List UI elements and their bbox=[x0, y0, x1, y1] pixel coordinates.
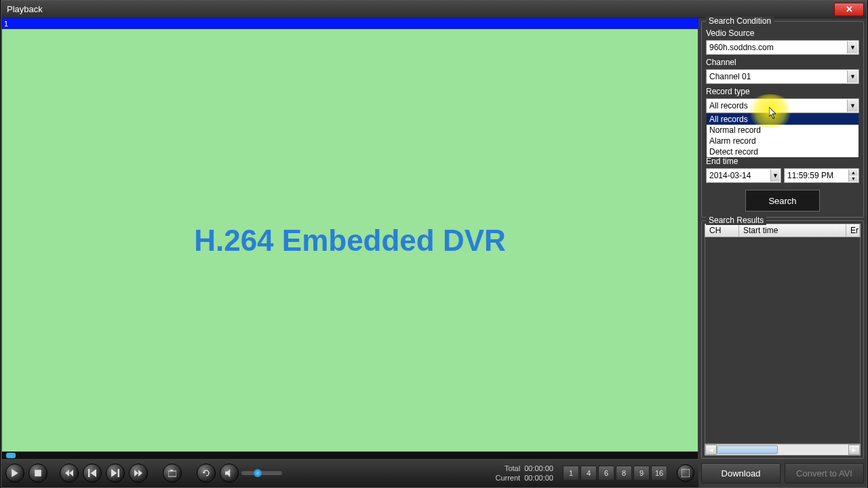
end-time-input[interactable]: 11:59:59 PM ▲▼ bbox=[784, 168, 859, 183]
svg-rect-1 bbox=[88, 469, 90, 477]
step-forward-button[interactable] bbox=[106, 464, 125, 483]
stop-icon bbox=[34, 469, 42, 477]
fast-forward-button[interactable] bbox=[129, 464, 148, 483]
channel-label: Channel bbox=[706, 58, 859, 67]
search-condition-title: Search Condition bbox=[706, 16, 774, 26]
col-end[interactable]: Er bbox=[846, 224, 860, 237]
fullscreen-button[interactable] bbox=[677, 464, 694, 482]
search-results-wrap: Search Results CH Start time Er ◄ ► bbox=[701, 220, 864, 459]
results-table-header: CH Start time Er bbox=[705, 224, 861, 237]
record-type-dropdown: All records Normal record Alarm record D… bbox=[706, 113, 859, 158]
search-results-title: Search Results bbox=[706, 216, 766, 225]
volume-slider[interactable] bbox=[241, 471, 282, 475]
sidebar: Search Condition Vedio Source 960h.soddn… bbox=[698, 18, 867, 487]
chevron-down-icon: ▼ bbox=[770, 169, 780, 182]
volume-thumb[interactable] bbox=[254, 469, 262, 477]
record-type-label: Record type bbox=[706, 87, 859, 96]
current-value: 00:00:00 bbox=[524, 473, 553, 483]
convert-avi-button[interactable]: Convert to AVI bbox=[785, 463, 864, 483]
video-overlay-text: H.264 Embedded DVR bbox=[194, 224, 506, 258]
video-column: 1 H.264 Embedded DVR bbox=[1, 18, 698, 487]
svg-rect-3 bbox=[168, 471, 176, 476]
rewind-button[interactable] bbox=[60, 464, 79, 483]
record-type-option-normal[interactable]: Normal record bbox=[707, 125, 859, 136]
grid-9-button[interactable]: 9 bbox=[633, 466, 650, 481]
step-back-button[interactable] bbox=[83, 464, 102, 483]
record-type-select[interactable]: All records ▼ bbox=[706, 98, 859, 113]
end-time-value: 11:59:59 PM bbox=[787, 171, 833, 180]
repeat-button[interactable] bbox=[197, 464, 216, 483]
search-button[interactable]: Search bbox=[745, 190, 820, 211]
total-value: 00:00:00 bbox=[524, 464, 553, 473]
download-button[interactable]: Download bbox=[701, 463, 781, 483]
play-icon bbox=[11, 469, 19, 477]
svg-rect-0 bbox=[35, 470, 41, 476]
timeline-marker[interactable] bbox=[6, 453, 16, 458]
search-condition-group: Search Condition Vedio Source 960h.soddn… bbox=[701, 21, 864, 218]
fast-forward-icon bbox=[134, 469, 142, 477]
controls-bar: Total Current 00:00:00 00:00:00 1 4 6 8 … bbox=[1, 459, 698, 487]
stop-button[interactable] bbox=[28, 464, 47, 483]
grid-1-button[interactable]: 1 bbox=[563, 466, 579, 481]
grid-buttons: 1 4 6 8 9 16 bbox=[563, 466, 667, 481]
col-start-time[interactable]: Start time bbox=[739, 224, 846, 237]
window-title: Playback bbox=[4, 4, 834, 14]
camera-icon bbox=[168, 469, 176, 477]
current-label: Current bbox=[495, 473, 520, 483]
scroll-thumb[interactable] bbox=[717, 445, 778, 454]
time-spinner[interactable]: ▲▼ bbox=[848, 169, 858, 182]
record-type-option-alarm[interactable]: Alarm record bbox=[707, 136, 859, 146]
svg-rect-5 bbox=[682, 469, 690, 477]
time-display: Total Current 00:00:00 00:00:00 1 4 6 8 … bbox=[495, 464, 694, 483]
bottom-buttons: Download Convert to AVI bbox=[701, 462, 864, 485]
rewind-icon bbox=[65, 469, 73, 477]
record-type-option-detect[interactable]: Detect record bbox=[707, 146, 859, 157]
channel-value: Channel 01 bbox=[709, 72, 751, 81]
close-button[interactable]: ✕ bbox=[834, 3, 864, 16]
step-forward-icon bbox=[111, 469, 119, 477]
video-source-select[interactable]: 960h.soddns.com ▼ bbox=[706, 40, 859, 55]
video-source-value: 960h.soddns.com bbox=[709, 43, 774, 52]
playback-window: Playback ✕ 1 H.264 Embedded DVR bbox=[1, 0, 867, 488]
channel-header: 1 bbox=[1, 18, 698, 28]
speaker-icon bbox=[225, 469, 233, 477]
close-icon: ✕ bbox=[846, 4, 853, 14]
channel-number: 1 bbox=[4, 20, 8, 28]
video-area[interactable]: H.264 Embedded DVR bbox=[2, 29, 698, 451]
record-type-value: All records bbox=[709, 101, 748, 110]
grid-16-button[interactable]: 16 bbox=[651, 466, 667, 481]
chevron-down-icon: ▼ bbox=[847, 41, 858, 54]
total-label: Total bbox=[495, 464, 520, 473]
scroll-left-button[interactable]: ◄ bbox=[705, 445, 717, 455]
end-time-label: End time bbox=[706, 157, 859, 166]
step-back-icon bbox=[88, 469, 96, 477]
snapshot-button[interactable] bbox=[163, 464, 182, 483]
spin-up-icon: ▲ bbox=[848, 169, 858, 176]
grid-6-button[interactable]: 6 bbox=[598, 466, 614, 481]
body: 1 H.264 Embedded DVR bbox=[1, 18, 867, 487]
repeat-icon bbox=[202, 469, 210, 477]
record-type-option-all[interactable]: All records bbox=[707, 114, 859, 125]
search-results-group: Search Results CH Start time Er ◄ ► bbox=[701, 220, 864, 459]
play-button[interactable] bbox=[5, 464, 24, 483]
mute-button[interactable] bbox=[220, 464, 239, 483]
volume-control bbox=[220, 464, 282, 483]
end-date-input[interactable]: 2014-03-14 ▼ bbox=[706, 168, 781, 183]
svg-rect-4 bbox=[170, 470, 173, 471]
end-date-value: 2014-03-14 bbox=[709, 171, 751, 180]
record-type-combo: All records ▼ All records Normal record … bbox=[706, 98, 859, 113]
grid-4-button[interactable]: 4 bbox=[580, 466, 597, 481]
scroll-track[interactable] bbox=[717, 445, 848, 455]
col-ch[interactable]: CH bbox=[705, 224, 739, 237]
spin-down-icon: ▼ bbox=[848, 176, 858, 182]
grid-8-button[interactable]: 8 bbox=[616, 466, 632, 481]
svg-rect-2 bbox=[118, 469, 119, 477]
chevron-down-icon: ▼ bbox=[847, 100, 858, 112]
timeline[interactable] bbox=[2, 452, 698, 459]
fullscreen-icon bbox=[682, 469, 690, 477]
results-hscrollbar[interactable]: ◄ ► bbox=[705, 444, 861, 455]
scroll-right-button[interactable]: ► bbox=[848, 445, 860, 455]
chevron-down-icon: ▼ bbox=[847, 70, 858, 83]
channel-select[interactable]: Channel 01 ▼ bbox=[706, 69, 859, 84]
results-table-body bbox=[705, 237, 861, 444]
